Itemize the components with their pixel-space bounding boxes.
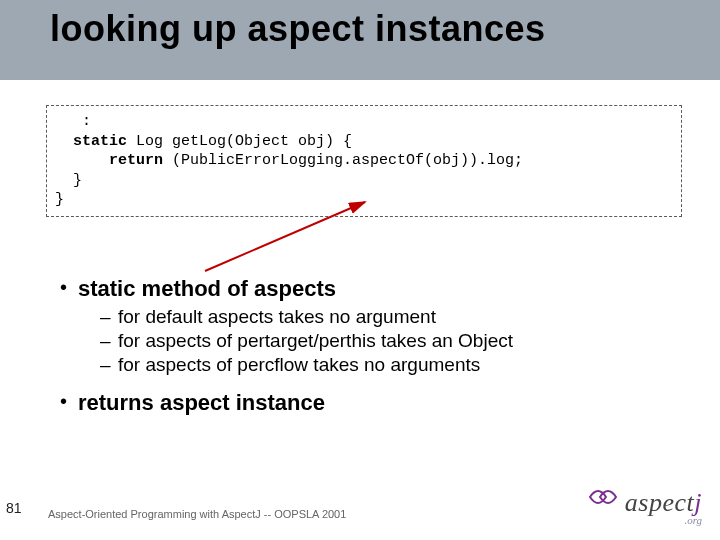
sub-bullet: –for aspects of pertarget/perthis takes … xyxy=(100,330,680,352)
slide-title: looking up aspect instances xyxy=(0,0,720,50)
bullet-dot-icon: • xyxy=(60,390,78,413)
bullet-text: static method of aspects xyxy=(78,276,336,302)
bullet-list: • static method of aspects –for default … xyxy=(60,276,680,416)
title-band: looking up aspect instances xyxy=(0,0,720,80)
keyword-return: return xyxy=(109,152,163,169)
slide: looking up aspect instances : static Log… xyxy=(0,0,720,540)
sub-bullet: –for default aspects takes no argument xyxy=(100,306,680,328)
code-line-1: : xyxy=(55,112,673,132)
keyword-static: static xyxy=(73,133,127,150)
code-box: : static Log getLog(Object obj) { return… xyxy=(46,105,682,217)
code-line-3: return (PublicErrorLogging.aspectOf(obj)… xyxy=(55,151,673,171)
logo-text: aspectj xyxy=(625,488,702,517)
bullet-item: • static method of aspects xyxy=(60,276,680,302)
code-line-2: static Log getLog(Object obj) { xyxy=(55,132,673,152)
footer-text: Aspect-Oriented Programming with AspectJ… xyxy=(48,508,346,520)
page-number: 81 xyxy=(6,500,22,516)
code-line-4: } xyxy=(55,171,673,191)
bullet-dot-icon: • xyxy=(60,276,78,299)
code-line-5: } xyxy=(55,190,673,210)
logo: aspectj .org xyxy=(586,483,702,526)
bullet-item: • returns aspect instance xyxy=(60,390,680,416)
content-area: • static method of aspects –for default … xyxy=(60,272,680,420)
bullet-text: returns aspect instance xyxy=(78,390,325,416)
logo-mark-icon xyxy=(586,483,620,515)
sub-bullet: –for aspects of percflow takes no argume… xyxy=(100,354,680,376)
